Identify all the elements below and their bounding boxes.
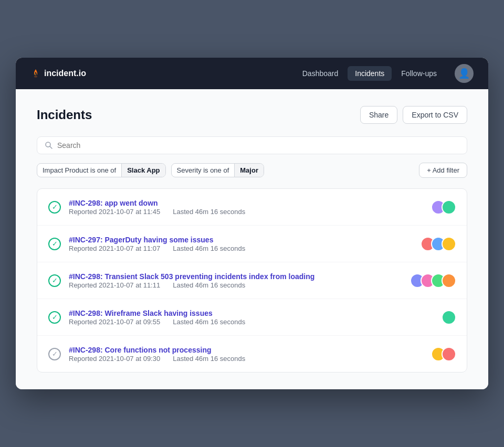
incident-lasted: Lasted 46m 16 seconds: [173, 244, 245, 252]
page-header: Incidents Share Export to CSV: [37, 106, 467, 124]
incident-meta: Reported 2021-10-07 at 09:30 Lasted 46m …: [69, 355, 424, 363]
incident-reported: Reported 2021-10-07 at 09:55: [69, 318, 160, 326]
incident-content: #INC-298: Core functions not processing …: [69, 345, 424, 363]
nav-incidents[interactable]: Incidents: [348, 66, 392, 81]
avatars-group: [442, 310, 456, 325]
filter-severity-value: Major: [234, 164, 264, 177]
status-icon: ✓: [48, 200, 61, 214]
search-icon: [45, 141, 53, 150]
check-circle-icon: ✓: [48, 201, 61, 214]
incident-content: #INC-297: PagerDuty having some issues R…: [69, 235, 413, 252]
navbar: incident.io Dashboard Incidents Follow-u…: [16, 58, 488, 89]
incident-lasted: Lasted 46m 16 seconds: [173, 208, 245, 216]
incident-meta: Reported 2021-10-07 at 11:11 Lasted 46m …: [69, 281, 403, 289]
avatar-bubble: [442, 273, 456, 288]
filter-impact-label: Impact Product is one of: [37, 164, 121, 177]
page-title: Incidents: [37, 108, 92, 122]
filter-severity-label: Severity is one of: [172, 164, 235, 177]
incident-row[interactable]: ✓ #INC-298: Core functions not processin…: [37, 336, 467, 372]
nav-links: Dashboard Incidents Follow-ups: [295, 66, 444, 81]
avatar-bubble: [442, 200, 456, 215]
check-circle-icon: ✓: [48, 274, 61, 287]
avatars-group: [431, 347, 456, 361]
avatars-group: [410, 273, 456, 288]
search-bar: [37, 136, 467, 154]
incident-row[interactable]: ✓ #INC-298: Wireframe Slack having issue…: [37, 299, 467, 336]
share-button[interactable]: Share: [360, 106, 397, 124]
check-circle-icon: ✓: [48, 311, 61, 324]
add-filter-button[interactable]: + Add filter: [419, 163, 467, 178]
incident-meta: Reported 2021-10-07 at 11:45 Lasted 46m …: [69, 208, 424, 216]
incident-title[interactable]: #INC-297: PagerDuty having some issues: [69, 236, 213, 244]
incident-content: #INC-298: Transient Slack 503 preventing…: [69, 272, 403, 289]
status-icon: ✓: [48, 347, 61, 361]
search-input[interactable]: [57, 141, 459, 150]
check-circle-icon: ✓: [48, 348, 61, 360]
incident-content: #INC-298: Wireframe Slack having issues …: [69, 308, 434, 326]
svg-point-0: [34, 76, 37, 78]
incident-meta: Reported 2021-10-07 at 09:55 Lasted 46m …: [69, 318, 434, 326]
header-actions: Share Export to CSV: [360, 106, 467, 124]
logo-icon: [30, 68, 41, 79]
avatar-bubble: [442, 347, 456, 361]
avatars-group: [421, 237, 456, 251]
logo-text: incident.io: [44, 69, 86, 78]
incident-reported: Reported 2021-10-07 at 09:30: [69, 355, 160, 363]
avatar-bubble: [442, 310, 456, 325]
avatar[interactable]: 👤: [455, 64, 474, 83]
export-button[interactable]: Export to CSV: [403, 106, 467, 124]
nav-followups[interactable]: Follow-ups: [394, 66, 444, 81]
filter-severity[interactable]: Severity is one of Major: [171, 163, 264, 177]
incident-title[interactable]: #INC-298: Wireframe Slack having issues: [69, 309, 213, 317]
app-window: incident.io Dashboard Incidents Follow-u…: [16, 58, 488, 389]
logo[interactable]: incident.io: [30, 68, 86, 79]
status-icon: ✓: [48, 237, 61, 251]
incident-lasted: Lasted 46m 16 seconds: [173, 355, 245, 363]
nav-dashboard[interactable]: Dashboard: [295, 66, 346, 81]
incident-title[interactable]: #INC-298: Core functions not processing: [69, 346, 211, 354]
status-icon: ✓: [48, 311, 61, 324]
incidents-list: ✓ #INC-298: app went down Reported 2021-…: [37, 188, 467, 372]
incident-row[interactable]: ✓ #INC-297: PagerDuty having some issues…: [37, 226, 467, 262]
incident-lasted: Lasted 46m 16 seconds: [173, 281, 245, 289]
incident-reported: Reported 2021-10-07 at 11:11: [69, 281, 160, 289]
avatars-group: [431, 200, 456, 215]
check-circle-icon: ✓: [48, 238, 61, 250]
incident-title[interactable]: #INC-298: app went down: [69, 199, 158, 207]
incident-reported: Reported 2021-10-07 at 11:07: [69, 244, 160, 252]
incident-reported: Reported 2021-10-07 at 11:45: [69, 208, 160, 216]
incident-title[interactable]: #INC-298: Transient Slack 503 preventing…: [69, 272, 314, 281]
avatar-bubble: [442, 237, 456, 251]
incident-lasted: Lasted 46m 16 seconds: [173, 318, 245, 326]
incident-row[interactable]: ✓ #INC-298: app went down Reported 2021-…: [37, 189, 467, 226]
incident-meta: Reported 2021-10-07 at 11:07 Lasted 46m …: [69, 244, 413, 252]
main-content: Incidents Share Export to CSV Impact Pro…: [16, 89, 488, 389]
filters-row: Impact Product is one of Slack App Sever…: [37, 163, 467, 178]
filter-impact-value: Slack App: [121, 164, 165, 177]
incident-row[interactable]: ✓ #INC-298: Transient Slack 503 preventi…: [37, 262, 467, 299]
incident-content: #INC-298: app went down Reported 2021-10…: [69, 198, 424, 216]
status-icon: ✓: [48, 274, 61, 288]
filter-impact-product[interactable]: Impact Product is one of Slack App: [37, 163, 166, 177]
